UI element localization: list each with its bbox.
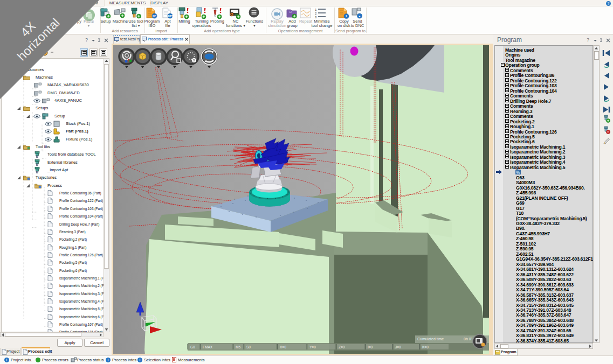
- svg-text:Cumulated time: Cumulated time: [417, 337, 444, 341]
- svg-text:X=0: X=0: [280, 345, 286, 349]
- svg-text:▸: ▸: [359, 15, 361, 18]
- svg-text:G0: G0: [190, 345, 195, 349]
- svg-text:I=0: I=0: [368, 345, 373, 349]
- svg-text:FMAX: FMAX: [203, 345, 213, 349]
- svg-text:1: 1: [315, 8, 317, 11]
- svg-text:Gr: Gr: [289, 10, 292, 13]
- svg-text:APT: APT: [168, 15, 173, 18]
- svg-text:K=0: K=0: [422, 345, 429, 349]
- svg-text:Z=0: Z=0: [339, 345, 345, 349]
- svg-text:J=0: J=0: [395, 345, 401, 349]
- svg-text:2: 2: [346, 15, 347, 18]
- svg-text:M5: M5: [236, 345, 240, 349]
- svg-text:Y=0: Y=0: [309, 345, 316, 349]
- svg-text:2: 2: [315, 12, 317, 15]
- svg-text:S0: S0: [246, 345, 251, 349]
